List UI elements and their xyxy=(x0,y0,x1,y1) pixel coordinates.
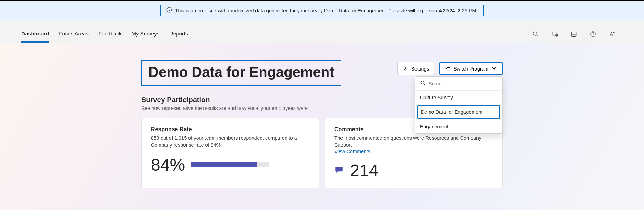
switch-label: Switch Program xyxy=(453,66,488,72)
tab-feedback[interactable]: Feedback xyxy=(98,31,122,43)
svg-line-14 xyxy=(424,84,425,85)
device-icon[interactable] xyxy=(551,31,558,38)
info-icon xyxy=(166,7,172,14)
response-rate-card: Response Rate 853 out of 1,015 of your t… xyxy=(141,118,319,188)
gear-icon xyxy=(403,65,408,72)
tab-focus-areas[interactable]: Focus Areas xyxy=(59,31,88,43)
tab-dashboard[interactable]: Dashboard xyxy=(21,31,49,43)
inbox-icon[interactable] xyxy=(570,31,577,38)
comment-icon xyxy=(334,165,344,176)
help-icon[interactable] xyxy=(589,31,597,38)
response-rate-subtitle: 853 out of 1,015 of your team members re… xyxy=(151,135,310,149)
svg-point-3 xyxy=(533,32,537,35)
svg-rect-12 xyxy=(447,67,450,70)
switch-icon xyxy=(445,65,451,72)
main-nav: Dashboard Focus Areas Feedback My Survey… xyxy=(0,20,644,43)
settings-label: Settings xyxy=(411,66,429,72)
comments-count: 214 xyxy=(350,161,378,180)
demo-banner: This is a demo site with randomized data… xyxy=(0,1,644,20)
switch-program-button[interactable]: Switch Program xyxy=(439,62,503,75)
svg-line-4 xyxy=(537,35,538,37)
svg-point-10 xyxy=(405,67,406,69)
font-icon[interactable] xyxy=(609,31,616,38)
page-title-box: Demo Data for Engagement xyxy=(141,60,341,86)
svg-rect-7 xyxy=(571,32,576,37)
svg-point-13 xyxy=(421,81,424,84)
response-rate-title: Response Rate xyxy=(151,126,310,133)
tab-reports[interactable]: Reports xyxy=(169,31,188,43)
tab-my-surveys[interactable]: My Surveys xyxy=(132,31,159,43)
program-option-engagement[interactable]: Engagement xyxy=(415,120,502,133)
response-rate-value: 84% xyxy=(151,155,185,175)
comments-subtitle: The most commented on questions were Res… xyxy=(334,135,493,149)
program-option-demo[interactable]: Demo Data for Engagement xyxy=(417,105,500,119)
switch-program-dropdown: Culture Survey Demo Data for Engagement … xyxy=(415,76,503,134)
settings-button[interactable]: Settings xyxy=(397,62,435,75)
response-rate-bar xyxy=(191,162,269,167)
response-rate-bar-fill xyxy=(191,162,257,167)
search-icon[interactable] xyxy=(532,31,539,38)
svg-point-9 xyxy=(593,35,593,36)
chevron-down-icon xyxy=(491,65,497,72)
program-option-culture[interactable]: Culture Survey xyxy=(415,91,502,104)
program-search-input[interactable] xyxy=(429,81,497,87)
view-comments-link[interactable]: View Comments xyxy=(334,149,493,154)
search-icon xyxy=(420,80,426,87)
page-title: Demo Data for Engagement xyxy=(148,64,334,80)
banner-text: This is a demo site with randomized data… xyxy=(175,8,478,13)
